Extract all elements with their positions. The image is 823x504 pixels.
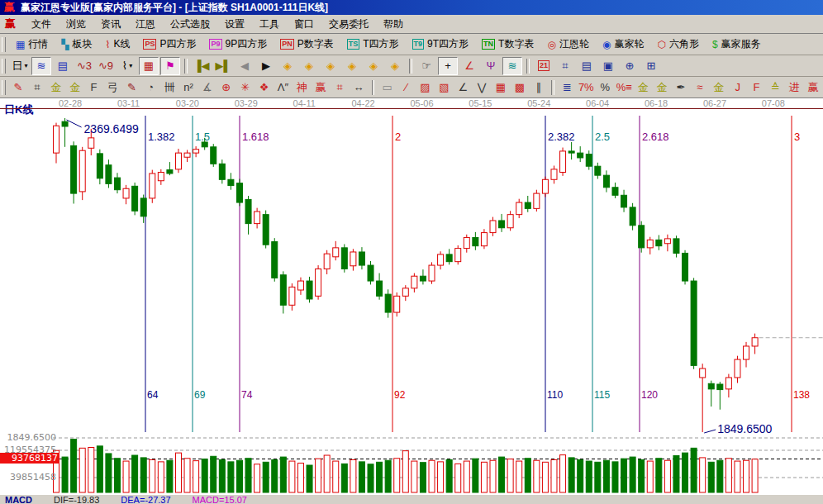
volume-bar	[132, 455, 138, 492]
candle-body	[446, 254, 452, 262]
candle-body	[752, 338, 758, 346]
candle-body	[202, 142, 207, 147]
candle-body	[289, 287, 295, 305]
candle-body	[106, 165, 112, 184]
candle-body	[140, 198, 146, 216]
volume-bar	[568, 458, 574, 492]
volume-bar	[402, 451, 408, 492]
candle-body	[725, 378, 731, 389]
volume-bar	[507, 459, 513, 492]
volume-bar	[71, 440, 77, 492]
volume-bar	[245, 459, 251, 492]
indicator-name[interactable]: MACD	[5, 495, 32, 504]
candle-body	[377, 281, 383, 296]
candle-body	[525, 202, 530, 208]
volume-bar	[263, 462, 269, 492]
candle-body	[333, 248, 339, 257]
low-price-label: 1849.6500	[0, 432, 56, 443]
kline-chart[interactable]: 1.382641.5691.618742922.3821102.51152.61…	[0, 0, 823, 504]
dif-value: DIF=-19.83	[54, 495, 99, 504]
volume-bar	[202, 459, 207, 492]
volume-bar	[700, 458, 706, 492]
candle-body	[429, 265, 435, 281]
volume-bar	[708, 462, 714, 492]
volume-bar	[621, 459, 627, 492]
candle-body	[708, 383, 714, 389]
volume-bar	[735, 461, 740, 492]
candle-body	[341, 248, 347, 269]
candle-body	[236, 183, 242, 202]
volume-bar	[586, 461, 592, 492]
dea-value: DEA=-27.37	[121, 495, 170, 504]
volume-bar	[79, 448, 85, 492]
volume-bar	[193, 461, 199, 492]
volume-bar	[88, 448, 94, 492]
volume-bar	[542, 462, 548, 492]
volume-bar	[280, 457, 286, 492]
volume-bar	[385, 460, 391, 492]
volume-bar	[272, 459, 278, 492]
candle-body	[656, 240, 662, 245]
volume-bar	[717, 460, 723, 492]
volume-bar	[673, 455, 679, 492]
candle-body	[455, 249, 461, 262]
volume-bar	[464, 461, 469, 492]
volume-bar	[307, 465, 312, 492]
volume-bar	[359, 462, 364, 492]
volume-bar	[664, 460, 670, 492]
gann-ratio-label: 2.382	[548, 131, 575, 143]
status-bar: MACD DIF=-19.83 DEA=-27.37 MACD=15.07	[0, 494, 823, 504]
volume-bar	[516, 461, 522, 492]
candle-body	[595, 166, 601, 175]
candle-body	[255, 212, 260, 224]
candle-body	[647, 240, 653, 248]
gann-count-label: 64	[147, 389, 159, 401]
volume-bar	[114, 459, 120, 492]
volume-bar	[499, 457, 505, 492]
volume-bar	[184, 459, 190, 492]
candle-body	[700, 368, 706, 378]
gann-ratio-label: 1.5	[195, 131, 210, 143]
candle-body	[735, 359, 740, 378]
macd-value: MACD=15.07	[193, 495, 247, 504]
volume-bar	[683, 453, 688, 492]
volume-bar	[603, 460, 609, 492]
volume-bar	[412, 461, 417, 492]
volume-bar	[297, 464, 303, 492]
candle-body	[578, 153, 583, 158]
candle-body	[175, 153, 181, 169]
gann-ratio-label: 3	[794, 131, 800, 143]
candle-body	[516, 202, 522, 215]
gann-ratio-label: 2.618	[642, 131, 669, 143]
candle-body	[507, 215, 513, 228]
candle-body	[307, 281, 312, 299]
volume-bar	[438, 462, 444, 492]
candle-body	[280, 275, 286, 306]
volume-bar	[525, 459, 530, 492]
candle-body	[123, 188, 129, 198]
candle-body	[219, 164, 225, 179]
gann-ratio-label: 1.382	[148, 131, 175, 143]
volume-bar	[167, 460, 173, 492]
volume-bar	[123, 461, 129, 492]
candle-body	[639, 226, 645, 248]
volume-bar	[350, 459, 356, 492]
low-annotation-pointer	[704, 430, 716, 433]
candle-body	[272, 242, 278, 278]
candle-body	[490, 221, 496, 233]
candle-body	[691, 281, 697, 365]
gann-count-label: 120	[641, 389, 658, 401]
candle-body	[228, 179, 234, 185]
candle-body	[630, 207, 635, 226]
volume-bar	[175, 453, 181, 492]
candle-body	[534, 193, 540, 208]
candle-body	[54, 126, 59, 153]
volume-bar	[490, 460, 496, 492]
candle-body	[316, 269, 321, 296]
volume-bar	[446, 459, 452, 492]
volume-bar	[62, 457, 68, 492]
volume-bar	[150, 459, 155, 492]
volume-bar	[630, 457, 635, 492]
volume-bar	[333, 461, 339, 492]
gann-ratio-label: 1.618	[242, 131, 269, 143]
